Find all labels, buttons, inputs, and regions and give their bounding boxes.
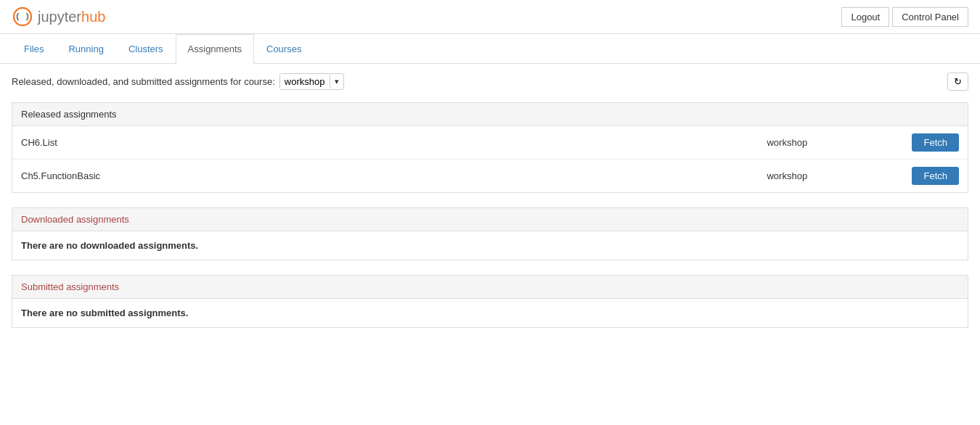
assignment-course: workshop	[767, 137, 912, 148]
logo-jupyter: jupyter	[38, 9, 81, 25]
control-panel-button[interactable]: Control Panel	[892, 7, 968, 27]
released-assignments-section: Released assignments CH6.List workshop F…	[12, 102, 968, 193]
header: jupyterhub Logout Control Panel	[0, 0, 980, 34]
tab-files[interactable]: Files	[12, 34, 56, 64]
no-downloaded-message: There are no downloaded assignments.	[12, 231, 968, 260]
refresh-button[interactable]: ↻	[947, 73, 968, 91]
downloaded-section-header: Downloaded assignments	[12, 208, 968, 231]
course-selector-left: Released, downloaded, and submitted assi…	[12, 73, 344, 90]
downloaded-assignments-section: Downloaded assignments There are no down…	[12, 207, 968, 260]
tabs-bar: Files Running Clusters Assignments Cours…	[0, 34, 980, 64]
refresh-icon: ↻	[954, 76, 962, 87]
table-row: CH6.List workshop Fetch	[12, 126, 968, 160]
released-section-header: Released assignments	[12, 103, 968, 126]
main-content: Released, downloaded, and submitted assi…	[0, 64, 980, 351]
submitted-assignments-section: Submitted assignments There are no submi…	[12, 275, 968, 328]
no-submitted-message: There are no submitted assignments.	[12, 299, 968, 327]
header-buttons: Logout Control Panel	[841, 7, 968, 27]
tab-courses[interactable]: Courses	[254, 34, 314, 64]
assignment-name: Ch5.FunctionBasic	[21, 170, 767, 181]
logout-button[interactable]: Logout	[841, 7, 889, 27]
assignment-course: workshop	[767, 170, 912, 181]
fetch-button-ch5[interactable]: Fetch	[912, 167, 959, 185]
submitted-section-header: Submitted assignments	[12, 276, 968, 299]
table-row: Ch5.FunctionBasic workshop Fetch	[12, 160, 968, 192]
fetch-button-ch6[interactable]: Fetch	[912, 133, 959, 152]
logo: jupyterhub	[12, 6, 105, 28]
tab-clusters[interactable]: Clusters	[116, 34, 176, 64]
jupyterhub-logo-icon	[12, 6, 33, 28]
logo-hub: hub	[81, 9, 105, 25]
course-selector-row: Released, downloaded, and submitted assi…	[12, 73, 968, 91]
course-dropdown-arrow-icon[interactable]: ▾	[330, 75, 343, 88]
tab-running[interactable]: Running	[56, 34, 115, 64]
course-selector-label: Released, downloaded, and submitted assi…	[12, 76, 275, 87]
tab-assignments[interactable]: Assignments	[176, 34, 254, 64]
course-select-wrapper[interactable]: workshop ▾	[279, 73, 344, 90]
logo-text: jupyterhub	[38, 9, 105, 25]
assignment-name: CH6.List	[21, 137, 767, 148]
course-select[interactable]: workshop	[280, 74, 330, 89]
